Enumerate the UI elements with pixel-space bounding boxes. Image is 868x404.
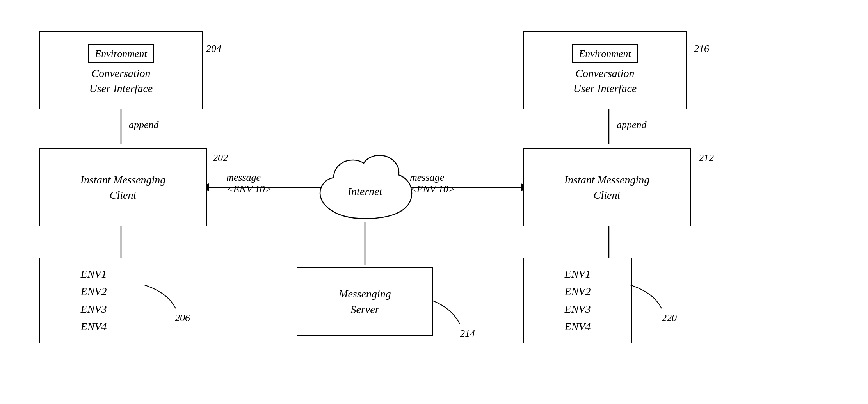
right-env-cui-box: Environment Conversation User Interface [523,31,687,109]
internet-cloud: Internet [308,152,422,224]
left-env-label: Environment [88,44,154,63]
left-env-list-box: ENV1 ENV2 ENV3 ENV4 [39,258,148,343]
left-im-client-box: Instant Messenging Client [39,148,207,226]
right-env3: ENV3 [565,301,591,318]
ref-202: 202 [213,152,228,164]
messaging-server-box: Messenging Server [297,267,433,336]
ref-220-curve [630,285,677,316]
ref-204: 204 [206,43,221,55]
ref-206: 206 [175,312,190,324]
left-env1: ENV1 [81,265,107,283]
message-left-label: message [226,172,261,183]
ref-214-curve [432,301,479,332]
left-env3: ENV3 [81,301,107,318]
diagram-container: Environment Conversation User Interface … [0,0,868,404]
right-env2: ENV2 [565,283,591,301]
right-env-list-box: ENV1 ENV2 ENV3 ENV4 [523,258,632,343]
svg-text:Internet: Internet [347,185,383,198]
ref-216: 216 [694,43,709,55]
env10-left-label: <ENV 10> [226,183,272,195]
ref-214: 214 [460,328,475,340]
env10-right-label: <ENV 10> [410,183,455,195]
left-env2: ENV2 [81,283,107,301]
right-env4: ENV4 [565,318,591,336]
messaging-server-text1: Messenging [339,286,391,301]
left-im-text2: Client [110,187,136,203]
append-right-label: append [617,119,647,131]
append-left-label: append [129,119,159,131]
ref-220: 220 [662,312,677,324]
ref-206-curve [144,285,191,316]
right-cui-text2: User Interface [573,81,637,96]
left-cui-text1: Conversation [92,66,151,81]
message-right-label: message [410,172,444,183]
ref-212: 212 [699,152,714,164]
left-env-cui-box: Environment Conversation User Interface [39,31,203,109]
right-im-client-box: Instant Messenging Client [523,148,691,226]
right-im-text2: Client [594,187,620,203]
right-im-text1: Instant Messenging [564,172,650,187]
right-cui-text1: Conversation [576,66,635,81]
right-env1: ENV1 [565,265,591,283]
left-im-text1: Instant Messenging [80,172,166,187]
messaging-server-text2: Server [350,302,379,317]
right-env-label: Environment [572,44,638,63]
cloud-svg: Internet [308,152,422,224]
left-env4: ENV4 [81,318,107,336]
left-cui-text2: User Interface [89,81,153,96]
